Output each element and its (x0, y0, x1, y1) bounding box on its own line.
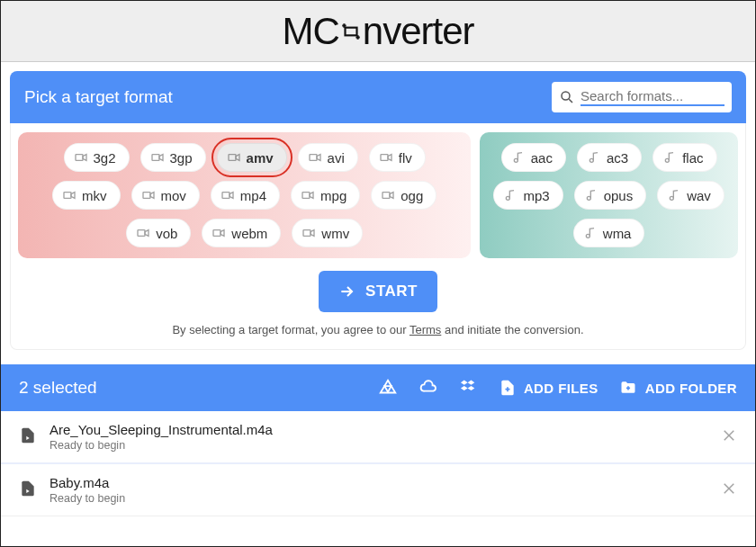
search-formats[interactable] (552, 82, 732, 112)
svg-marker-4 (83, 155, 86, 161)
add-files-button[interactable]: ADD FILES (499, 379, 598, 397)
file-name: Baby.m4a (50, 475, 708, 490)
format-picker: 3g23gpamvaviflvmkvmovmp4mpgoggvobwebmwmv… (10, 123, 746, 350)
format-chip-mpg[interactable]: mpg (291, 181, 360, 210)
format-chip-mov[interactable]: mov (131, 181, 200, 210)
chip-label: flv (399, 150, 412, 166)
chip-label: vob (156, 226, 177, 241)
format-chip-wav[interactable]: wav (657, 181, 724, 210)
brand-text-2: nverter (363, 10, 474, 53)
svg-rect-15 (143, 193, 150, 199)
add-folder-button[interactable]: ADD FOLDER (618, 379, 737, 397)
start-label: START (365, 282, 418, 300)
svg-rect-27 (303, 230, 310, 237)
chip-label: ac3 (607, 150, 628, 166)
remove-file-button[interactable] (721, 427, 737, 447)
start-button[interactable]: START (319, 271, 437, 312)
chip-label: wav (687, 188, 711, 203)
svg-rect-25 (213, 230, 220, 237)
format-chip-opus[interactable]: opus (574, 181, 647, 210)
remove-file-button[interactable] (721, 480, 737, 500)
chip-label: flac (682, 150, 703, 166)
chip-label: mkv (82, 188, 107, 203)
chip-label: wma (603, 226, 632, 241)
svg-marker-16 (150, 193, 154, 199)
files-toolbar: 2 selected ADD FILES ADD FOLDER (1, 364, 755, 411)
format-chip-flv[interactable]: flv (369, 143, 426, 172)
convert-icon (338, 20, 364, 43)
format-chip-ac3[interactable]: ac3 (577, 143, 642, 172)
app-header: MC nverter (1, 1, 755, 62)
format-chip-ogg[interactable]: ogg (371, 181, 436, 210)
format-chip-amv[interactable]: amv (217, 143, 287, 172)
chip-label: 3gp (170, 150, 193, 166)
format-chip-mp3[interactable]: mp3 (493, 181, 562, 210)
svg-rect-9 (310, 155, 317, 161)
format-chip-wma[interactable]: wma (573, 219, 645, 247)
svg-rect-11 (381, 155, 388, 161)
svg-line-2 (569, 99, 572, 103)
chip-label: mp3 (523, 188, 549, 203)
format-chip-3g2[interactable]: 3g2 (64, 143, 130, 172)
chip-label: ogg (400, 188, 423, 203)
svg-rect-21 (382, 193, 390, 199)
audio-file-icon (19, 480, 37, 501)
svg-rect-5 (152, 155, 159, 161)
format-chip-mkv[interactable]: mkv (52, 181, 121, 210)
chip-label: aac (531, 150, 553, 166)
svg-rect-23 (138, 230, 145, 237)
search-input[interactable] (580, 88, 724, 106)
file-status: Ready to begin (50, 492, 708, 505)
format-chip-mp4[interactable]: mp4 (211, 181, 280, 210)
chip-label: amv (247, 150, 274, 166)
chip-label: mov (161, 188, 186, 203)
file-row: Baby.m4aReady to begin (1, 464, 755, 516)
svg-marker-14 (71, 193, 75, 199)
arrow-right-icon (338, 282, 356, 300)
terms-link[interactable]: Terms (410, 323, 441, 336)
picker-title: Pick a target format (24, 87, 552, 107)
format-chip-flac[interactable]: flac (652, 143, 716, 172)
source-gdrive-icon[interactable] (378, 378, 398, 398)
svg-marker-18 (230, 193, 233, 199)
file-row: Are_You_Sleeping_Instrumental.m4aReady t… (1, 411, 755, 464)
format-chip-avi[interactable]: avi (298, 143, 358, 172)
svg-point-1 (562, 92, 570, 100)
file-name: Are_You_Sleeping_Instrumental.m4a (50, 422, 708, 437)
picker-header: Pick a target format (10, 71, 746, 123)
format-chip-aac[interactable]: aac (501, 143, 566, 172)
format-chip-3gp[interactable]: 3gp (140, 143, 206, 172)
svg-rect-3 (76, 155, 83, 161)
disclaimer-text: By selecting a target format, you agree … (18, 323, 738, 336)
svg-marker-8 (236, 155, 239, 161)
video-formats-panel: 3g23gpamvaviflvmkvmovmp4mpgoggvobwebmwmv (18, 132, 471, 258)
svg-marker-6 (159, 155, 163, 161)
selected-count: 2 selected (19, 378, 358, 398)
audio-formats-panel: aacac3flacmp3opuswavwma (480, 132, 738, 258)
svg-rect-0 (345, 27, 356, 35)
svg-rect-13 (64, 193, 71, 199)
audio-file-icon (19, 426, 37, 448)
file-status: Ready to begin (50, 439, 708, 452)
search-icon (559, 89, 575, 105)
svg-marker-10 (317, 155, 320, 161)
svg-marker-28 (310, 230, 314, 237)
chip-label: webm (231, 226, 267, 241)
format-chip-webm[interactable]: webm (202, 219, 281, 247)
chip-label: avi (328, 150, 345, 166)
brand-text-1: MC (282, 10, 338, 53)
svg-marker-12 (388, 155, 392, 161)
format-chip-wmv[interactable]: wmv (292, 219, 363, 247)
svg-rect-17 (222, 193, 230, 199)
chip-label: wmv (321, 226, 349, 241)
chip-label: opus (604, 188, 634, 203)
chip-label: mpg (320, 188, 346, 203)
svg-rect-19 (302, 193, 310, 199)
svg-marker-20 (310, 193, 313, 199)
format-chip-vob[interactable]: vob (126, 219, 191, 247)
source-onedrive-icon[interactable] (418, 378, 439, 398)
source-dropbox-icon[interactable] (459, 378, 479, 398)
svg-marker-22 (390, 193, 393, 199)
file-list: Are_You_Sleeping_Instrumental.m4aReady t… (1, 411, 755, 516)
chip-label: mp4 (240, 188, 266, 203)
